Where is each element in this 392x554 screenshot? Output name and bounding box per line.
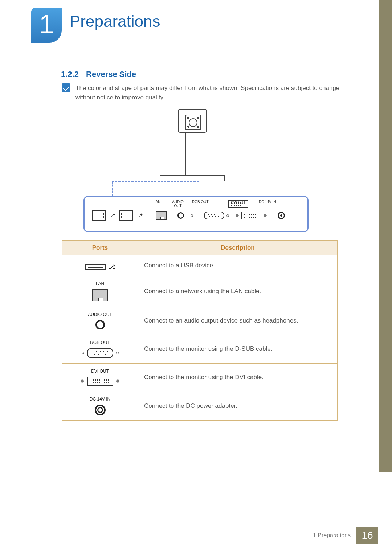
table-row: DVI OUT Connect to the monitor using the… xyxy=(62,363,338,391)
description-header: Description xyxy=(138,241,338,255)
footer-breadcrumb: 1 Preparations xyxy=(307,527,356,544)
panel-label-lan: LAN xyxy=(154,200,160,204)
page-number: 16 xyxy=(356,527,378,544)
port-description: Connect to the monitor using the D-SUB c… xyxy=(138,335,338,363)
table-row: RGB OUT Connect to the monitor using the… xyxy=(62,335,338,363)
lan-port-icon xyxy=(156,211,167,220)
port-description: Connect to the monitor using the DVI cab… xyxy=(138,363,338,391)
chapter-title: Preparations xyxy=(70,12,160,30)
subsection-number: 1.2.2 xyxy=(61,70,79,79)
port-panel: LAN AUDIO OUT RGB OUT DVI OUT DC 14V IN … xyxy=(83,196,309,232)
port-description: Connect to a USB device. xyxy=(138,255,338,276)
port-label: LAN xyxy=(68,281,132,286)
table-row: LAN Connect to a network using the LAN c… xyxy=(62,276,338,307)
dvi-out-icon xyxy=(236,212,267,219)
dc-in-icon xyxy=(278,212,285,219)
usb-symbol-icon: ⎇ xyxy=(109,213,115,218)
connector-dashed-down xyxy=(112,181,113,196)
usb-port-icon xyxy=(119,210,133,221)
usb-symbol-icon: ⎇ xyxy=(137,213,143,218)
table-row: AUDIO OUT Connect to an audio output dev… xyxy=(62,307,338,335)
dvi-out-icon xyxy=(68,377,132,386)
port-label: DC 14V IN xyxy=(68,397,132,402)
panel-label-dvi: DVI OUT xyxy=(228,200,248,208)
rgb-out-icon xyxy=(68,348,132,358)
usb-port-icon: ⎇ xyxy=(85,263,115,270)
page-footer: 1 Preparations 16 xyxy=(307,527,378,544)
note-row: The color and shape of parts may differ … xyxy=(62,83,356,103)
lan-port-icon xyxy=(92,289,108,301)
usb-port-icon xyxy=(92,210,106,221)
dc-in-icon xyxy=(95,405,106,415)
port-label: AUDIO OUT xyxy=(68,312,132,317)
subsection-title: Reverse Side xyxy=(86,70,136,79)
monitor-stem-icon xyxy=(185,133,199,176)
note-icon xyxy=(62,83,70,92)
ports-header: Ports xyxy=(62,241,138,255)
port-description: Connect to a network using the LAN cable… xyxy=(138,276,338,307)
ports-table: Ports Description ⎇ Connect to a USB dev… xyxy=(62,240,338,421)
subsection-heading: 1.2.2 Reverse Side xyxy=(61,70,136,79)
note-text: The color and shape of parts may differ … xyxy=(75,83,356,103)
table-row: DC 14V IN Connect to the DC power adapte… xyxy=(62,391,338,420)
usb-port-group: ⎇ xyxy=(92,210,115,221)
panel-label-audio: AUDIO OUT xyxy=(172,200,184,208)
port-description: Connect to the DC power adapter. xyxy=(138,391,338,420)
reverse-side-diagram: LAN AUDIO OUT RGB OUT DVI OUT DC 14V IN … xyxy=(83,109,309,236)
monitor-base-icon xyxy=(160,175,225,181)
table-row: ⎇ Connect to a USB device. xyxy=(62,255,338,276)
monitor-mount-icon xyxy=(178,109,207,133)
side-band xyxy=(379,0,392,472)
audio-out-icon xyxy=(177,212,184,219)
port-label: RGB OUT xyxy=(68,340,132,345)
port-description: Connect to an audio output device such a… xyxy=(138,307,338,335)
usb-port-group: ⎇ xyxy=(119,210,143,221)
audio-out-icon xyxy=(95,320,105,329)
port-label: DVI OUT xyxy=(68,369,132,374)
rgb-out-icon xyxy=(191,212,229,219)
panel-label-dc: DC 14V IN xyxy=(259,200,276,204)
connector-dashed-line xyxy=(112,181,199,182)
chapter-badge: 1 xyxy=(31,8,62,43)
panel-label-rgb: RGB OUT xyxy=(192,200,209,204)
